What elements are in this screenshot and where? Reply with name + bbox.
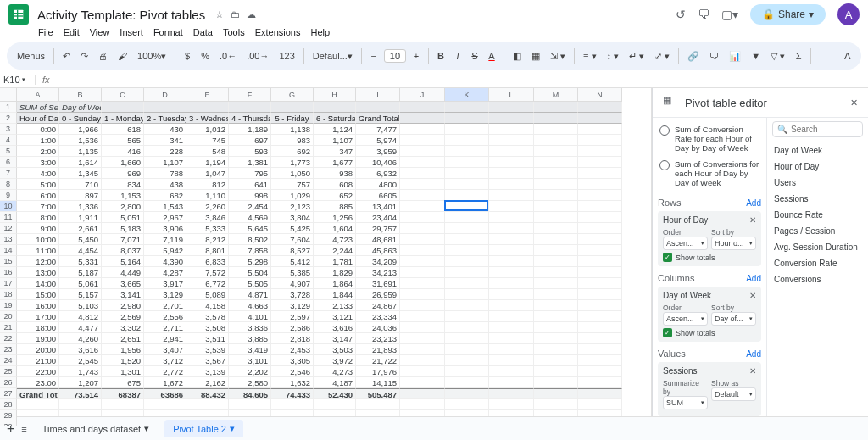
- cell[interactable]: [400, 234, 445, 245]
- cell[interactable]: 2,202: [229, 366, 271, 377]
- cell[interactable]: [489, 146, 534, 157]
- cell[interactable]: 3,539: [186, 344, 229, 355]
- account-avatar[interactable]: A: [837, 3, 860, 25]
- menu-file[interactable]: File: [34, 25, 58, 37]
- cell[interactable]: 15:00: [17, 289, 59, 300]
- cell[interactable]: [400, 322, 445, 333]
- cell[interactable]: [534, 135, 578, 146]
- cell[interactable]: 5,333: [186, 223, 229, 234]
- cell[interactable]: [445, 135, 489, 146]
- cell[interactable]: 5,157: [59, 289, 102, 300]
- cell[interactable]: 1,543: [144, 201, 186, 212]
- cell[interactable]: [400, 146, 445, 157]
- cell[interactable]: [314, 102, 356, 113]
- more-formats-button[interactable]: 123: [275, 49, 298, 63]
- add-vals-button[interactable]: Add: [746, 349, 761, 359]
- cell[interactable]: [445, 267, 489, 278]
- cell[interactable]: 1,256: [314, 212, 356, 223]
- strike-button[interactable]: S: [468, 49, 481, 63]
- cell[interactable]: [489, 135, 534, 146]
- row-header[interactable]: 4: [0, 135, 17, 146]
- cell[interactable]: 74,433: [271, 388, 314, 399]
- cell[interactable]: [489, 190, 534, 201]
- cell[interactable]: 4,449: [102, 267, 144, 278]
- print-button[interactable]: 🖨: [95, 49, 111, 63]
- cell[interactable]: 88,432: [186, 388, 229, 399]
- cell[interactable]: [489, 300, 534, 311]
- cell[interactable]: 1,336: [59, 201, 102, 212]
- cell[interactable]: 5,103: [59, 300, 102, 311]
- cell[interactable]: 4,260: [59, 333, 102, 344]
- cell[interactable]: 1,029: [271, 190, 314, 201]
- cell[interactable]: 8,527: [271, 245, 314, 256]
- cell[interactable]: [445, 289, 489, 300]
- cell[interactable]: 2,260: [186, 201, 229, 212]
- cell[interactable]: [400, 245, 445, 256]
- cell[interactable]: [59, 399, 102, 410]
- cell[interactable]: 2,569: [102, 311, 144, 322]
- row-header[interactable]: 5: [0, 146, 17, 157]
- cell[interactable]: 23,404: [356, 212, 400, 223]
- cell[interactable]: 17:00: [17, 311, 59, 322]
- cell[interactable]: [578, 212, 622, 223]
- move-icon[interactable]: 🗀: [231, 9, 240, 20]
- col-header[interactable]: K: [445, 88, 489, 102]
- cell[interactable]: [445, 399, 489, 410]
- cell[interactable]: 29,757: [356, 223, 400, 234]
- cell[interactable]: 1,844: [314, 289, 356, 300]
- cell[interactable]: 3,846: [186, 212, 229, 223]
- field-search[interactable]: 🔍: [772, 121, 863, 137]
- cell[interactable]: [400, 267, 445, 278]
- row-header[interactable]: 15: [0, 256, 17, 267]
- cell[interactable]: 3,147: [314, 333, 356, 344]
- cell[interactable]: 5,505: [229, 278, 271, 289]
- cell[interactable]: 17,976: [356, 366, 400, 377]
- cell[interactable]: 2,661: [59, 223, 102, 234]
- field-item[interactable]: Sessions: [772, 191, 863, 207]
- cell[interactable]: [400, 278, 445, 289]
- cell[interactable]: 998: [229, 190, 271, 201]
- cell[interactable]: 6,833: [186, 256, 229, 267]
- cell[interactable]: [489, 333, 534, 344]
- cell[interactable]: [445, 245, 489, 256]
- cell[interactable]: [534, 333, 578, 344]
- fill-color-button[interactable]: ◧: [509, 49, 525, 64]
- cell[interactable]: 2,454: [229, 201, 271, 212]
- cell[interactable]: [445, 333, 489, 344]
- show-totals-checkbox[interactable]: ✓: [663, 328, 672, 337]
- menu-format[interactable]: Format: [149, 25, 187, 37]
- field-item[interactable]: Pages / Session: [772, 223, 863, 239]
- cell[interactable]: 14:00: [17, 278, 59, 289]
- cell[interactable]: [445, 278, 489, 289]
- cell[interactable]: 969: [102, 168, 144, 179]
- cell[interactable]: 1,050: [271, 168, 314, 179]
- cell[interactable]: 5,645: [229, 223, 271, 234]
- cell[interactable]: 7,071: [102, 234, 144, 245]
- cell[interactable]: [578, 201, 622, 212]
- cell[interactable]: [489, 245, 534, 256]
- cell[interactable]: 1,520: [102, 355, 144, 366]
- cell[interactable]: [489, 289, 534, 300]
- cell[interactable]: [534, 102, 578, 113]
- cell[interactable]: 2,818: [271, 333, 314, 344]
- cell[interactable]: 1,911: [59, 212, 102, 223]
- cell[interactable]: [400, 377, 445, 388]
- cell[interactable]: [489, 168, 534, 179]
- cell[interactable]: [400, 289, 445, 300]
- row-header[interactable]: 29: [0, 410, 17, 421]
- cell[interactable]: Grand Total: [17, 388, 59, 399]
- cell[interactable]: 2,556: [144, 311, 186, 322]
- cell[interactable]: 5,942: [144, 245, 186, 256]
- cell[interactable]: 5,974: [356, 135, 400, 146]
- field-item[interactable]: Conversions: [772, 271, 863, 287]
- cell[interactable]: 8:00: [17, 212, 59, 223]
- cell[interactable]: [578, 124, 622, 135]
- cell[interactable]: 2,453: [271, 344, 314, 355]
- row-header[interactable]: 8: [0, 179, 17, 190]
- cell[interactable]: 795: [229, 168, 271, 179]
- row-header[interactable]: 10: [0, 201, 17, 212]
- cell[interactable]: 788: [144, 168, 186, 179]
- cell[interactable]: [578, 179, 622, 190]
- cell[interactable]: [489, 399, 534, 410]
- comments-icon[interactable]: 🗨: [698, 8, 709, 21]
